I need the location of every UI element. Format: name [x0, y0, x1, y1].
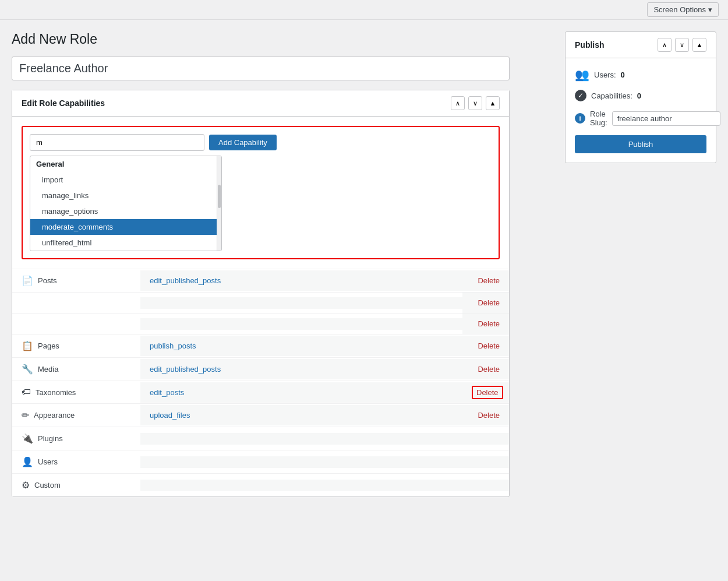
screen-options-label: Screen Options	[653, 5, 706, 14]
capabilities-panel: Edit Role Capabilities ∧ ∨ ▲	[12, 90, 510, 497]
publish-title: Publish	[575, 40, 605, 50]
table-row: 🏷 Taxonomies edit_posts Delete	[12, 381, 509, 403]
users-value: 0	[621, 71, 625, 79]
table-row: Delete	[12, 313, 509, 334]
cap-sidebar-cell-empty2	[12, 318, 140, 330]
publish-button[interactable]: Publish	[575, 135, 706, 153]
table-row: 📄 Posts edit_published_posts Delete	[12, 269, 509, 292]
capability-search-input[interactable]	[30, 134, 204, 151]
users-label: Users:	[594, 71, 616, 79]
sidebar-label-users: Users	[38, 457, 58, 466]
capabilities-info-row: ✓ Capabilities: 0	[575, 90, 706, 101]
cap-action-cell-2: Delete	[462, 293, 509, 313]
panel-collapse-down-button[interactable]: ∨	[468, 96, 482, 110]
dropdown-item-import[interactable]: import	[30, 172, 217, 188]
table-row: 🔧 Media edit_published_posts Delete	[12, 357, 509, 381]
dropdown-item-manage-options[interactable]: manage_options	[30, 203, 217, 219]
table-row: ⚙ Custom	[12, 473, 509, 497]
cap-name-cell-plugins	[140, 433, 462, 445]
publish-header: Publish ∧ ∨ ▲	[566, 32, 716, 58]
table-row: 📋 Pages publish_posts Delete	[12, 334, 509, 357]
role-slug-input[interactable]	[612, 111, 720, 126]
table-row: 🔌 Plugins	[12, 427, 509, 450]
taxonomies-icon: 🏷	[22, 387, 31, 397]
cap-action-cell-custom	[462, 480, 509, 491]
cap-action-cell-appearance: Delete	[462, 405, 509, 425]
cap-link-edit-published-posts[interactable]: edit_published_posts	[150, 276, 221, 285]
check-icon: ✓	[575, 90, 586, 101]
cap-name-cell-taxonomies: edit_posts	[140, 382, 462, 403]
cap-action-cell-media: Delete	[462, 359, 509, 379]
cap-name-cell-users	[140, 456, 462, 468]
cap-sidebar-cell-pages: 📋 Pages	[12, 334, 140, 357]
capabilities-value: 0	[637, 91, 641, 100]
dropdown-item-manage-links[interactable]: manage_links	[30, 188, 217, 203]
role-name-input[interactable]	[12, 57, 510, 80]
panel-collapse-up-button[interactable]: ∧	[451, 96, 465, 110]
table-row: ✏ Appearance upload_files Delete	[12, 403, 509, 427]
publish-ctrl-down[interactable]: ∨	[675, 38, 689, 52]
sidebar-label-media: Media	[38, 365, 58, 374]
left-column: Add New Role Edit Role Capabilities ∧ ∨ …	[12, 31, 553, 497]
users-group-icon: 👥	[575, 68, 589, 82]
cap-action-cell: Delete	[462, 270, 509, 291]
cap-action-cell-plugins	[462, 433, 509, 445]
cap-name-cell-custom	[140, 480, 462, 491]
delete-link-pages[interactable]: Delete	[478, 341, 500, 350]
dropdown-item-moderate-comments[interactable]: moderate_comments	[30, 219, 217, 235]
cap-name-cell-empty	[140, 297, 462, 309]
cap-sidebar-cell-taxonomies: 🏷 Taxonomies	[12, 381, 140, 403]
dropdown-scrollbar-track[interactable]	[217, 156, 221, 251]
delete-link-appearance[interactable]: Delete	[478, 411, 500, 420]
right-column: Publish ∧ ∨ ▲ 👥 Users: 0	[565, 31, 716, 497]
add-capability-button[interactable]: Add Capability	[209, 135, 277, 150]
cap-action-cell-3: Delete	[462, 314, 509, 334]
dropdown-item-unfiltered-html[interactable]: unfiltered_html	[30, 235, 217, 251]
cap-action-cell-pages: Delete	[462, 336, 509, 356]
cap-link-publish-posts[interactable]: publish_posts	[150, 341, 196, 350]
delete-link[interactable]: Delete	[478, 276, 500, 285]
table-row: 👤 Users	[12, 450, 509, 473]
sidebar-label-appearance: Appearance	[34, 411, 75, 420]
publish-ctrl-collapse[interactable]: ▲	[692, 38, 706, 52]
cap-sidebar-cell-empty	[12, 297, 140, 309]
panel-title: Edit Role Capabilities	[22, 98, 105, 108]
delete-link-3[interactable]: Delete	[478, 319, 500, 328]
plugins-icon: 🔌	[22, 433, 33, 444]
pages-icon: 📋	[22, 340, 33, 351]
publish-ctrl-up[interactable]: ∧	[658, 38, 672, 52]
delete-link-taxonomies-outlined[interactable]: Delete	[472, 386, 503, 399]
cap-name-cell-publish: publish_posts	[140, 336, 462, 356]
top-bar: Screen Options ▾	[0, 0, 728, 20]
sidebar-label-plugins: Plugins	[38, 434, 63, 443]
custom-icon: ⚙	[22, 480, 30, 491]
sidebar-label-taxonomies: Taxonomies	[36, 388, 76, 397]
capability-dropdown: General import manage_links manage_optio…	[30, 156, 222, 251]
delete-link-2[interactable]: Delete	[478, 298, 500, 307]
dropdown-scrollbar-container: General import manage_links manage_optio…	[30, 156, 221, 251]
cap-name-cell-appearance: upload_files	[140, 405, 462, 425]
media-icon: 🔧	[22, 364, 33, 375]
cap-sidebar-cell-custom: ⚙ Custom	[12, 474, 140, 497]
appearance-icon: ✏	[22, 410, 29, 421]
publish-body: 👥 Users: 0 ✓ Capabilities: 0 i Role Slug…	[566, 58, 716, 163]
screen-options-arrow: ▾	[708, 5, 712, 14]
panel-header: Edit Role Capabilities ∧ ∨ ▲	[12, 90, 509, 117]
add-capability-row: Add Capability	[30, 134, 492, 151]
role-slug-row: i Role Slug:	[575, 110, 706, 127]
info-icon: i	[575, 113, 585, 124]
publish-header-controls: ∧ ∨ ▲	[658, 38, 706, 52]
cap-sidebar-cell-media: 🔧 Media	[12, 358, 140, 381]
delete-link-media[interactable]: Delete	[478, 365, 500, 374]
cap-sidebar-cell: 📄 Posts	[12, 269, 140, 292]
sidebar-label-custom: Custom	[34, 481, 61, 490]
cap-link-edit-posts[interactable]: edit_posts	[150, 388, 184, 397]
publish-panel: Publish ∧ ∨ ▲ 👥 Users: 0	[565, 31, 716, 163]
screen-options-button[interactable]: Screen Options ▾	[647, 2, 719, 17]
cap-link-edit-published-posts-2[interactable]: edit_published_posts	[150, 365, 221, 374]
capabilities-label: Capabilities:	[591, 91, 632, 100]
posts-icon: 📄	[22, 275, 33, 286]
cap-name-cell-empty2	[140, 318, 462, 330]
cap-link-upload-files[interactable]: upload_files	[150, 411, 190, 420]
panel-collapse-button[interactable]: ▲	[486, 96, 500, 110]
